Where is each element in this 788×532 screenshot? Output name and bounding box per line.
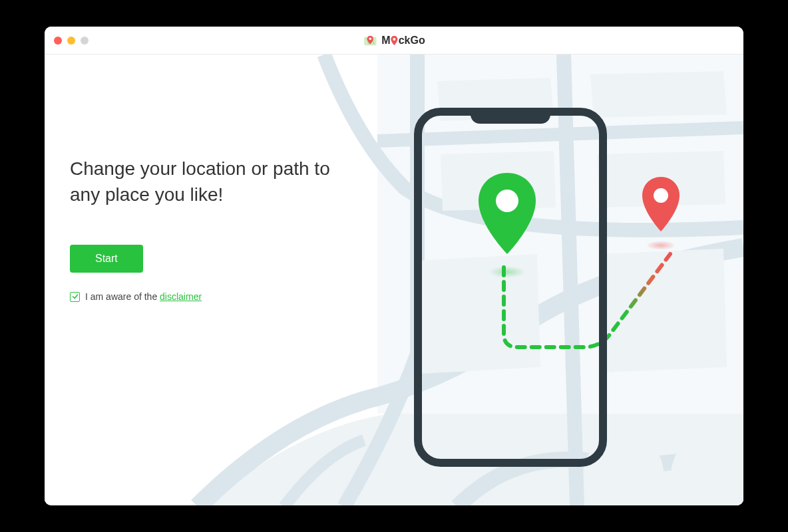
origin-pin-icon	[471, 168, 544, 270]
app-window: MckGo	[45, 27, 743, 505]
hero-panel: Change your location or path to any plac…	[70, 156, 363, 302]
destination-pin-icon	[637, 174, 685, 242]
svg-point-7	[654, 188, 668, 203]
check-icon	[72, 293, 79, 300]
minimize-button[interactable]	[67, 37, 75, 45]
disclaimer-link[interactable]: disclaimer	[160, 291, 202, 302]
svg-point-1	[369, 37, 371, 40]
main-content: Change your location or path to any plac…	[45, 55, 743, 505]
disclaimer-checkbox[interactable]	[70, 292, 80, 302]
app-logo-icon	[363, 33, 377, 48]
headline: Change your location or path to any plac…	[70, 156, 363, 207]
disclaimer-row: I am aware of the disclaimer	[70, 291, 363, 302]
window-controls	[54, 37, 89, 45]
start-button[interactable]: Start	[70, 245, 143, 273]
app-title: MckGo	[363, 33, 425, 48]
app-name: MckGo	[381, 35, 425, 47]
maximize-button[interactable]	[81, 37, 89, 45]
svg-point-2	[393, 38, 396, 41]
titlebar: MckGo	[45, 27, 743, 55]
disclaimer-text: I am aware of the disclaimer	[85, 291, 202, 302]
phone-illustration	[414, 108, 607, 467]
close-button[interactable]	[54, 37, 62, 45]
svg-point-5	[670, 420, 743, 505]
svg-point-6	[496, 190, 518, 212]
